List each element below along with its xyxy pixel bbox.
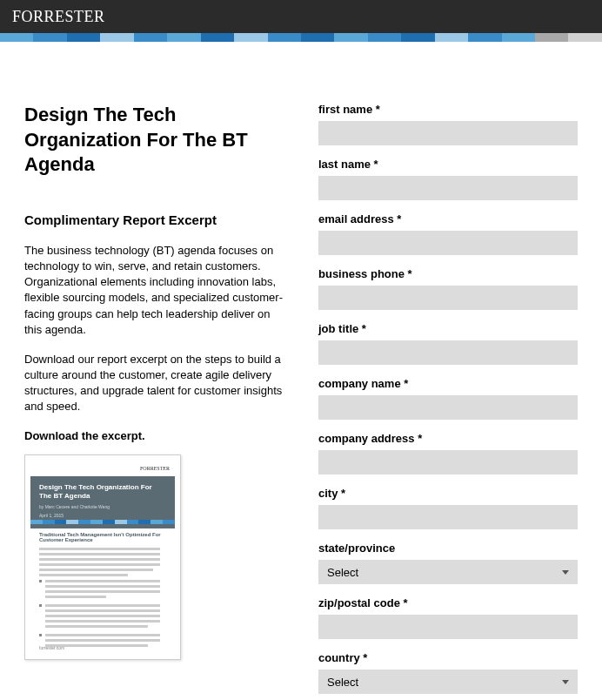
input-city[interactable]: [318, 505, 578, 529]
label-city: city *: [318, 487, 578, 500]
label-zip: zip/postal code *: [318, 596, 578, 609]
select-country-value: Select: [327, 676, 358, 689]
field-city: city *: [318, 487, 578, 529]
thumbnail-stripe: [30, 520, 175, 524]
left-column: Design The Tech Organization For The BT …: [24, 103, 284, 700]
thumbnail-title: Design The Tech Organization For The BT …: [39, 483, 166, 501]
select-state[interactable]: Select: [318, 560, 578, 584]
thumbnail-date: April 1, 2015: [39, 513, 166, 518]
top-bar: FORRESTER: [0, 0, 602, 33]
input-last-name[interactable]: [318, 176, 578, 200]
field-email: email address *: [318, 212, 578, 255]
label-state: state/province: [318, 542, 578, 555]
field-first-name: first name *: [318, 103, 578, 145]
field-zip: zip/postal code *: [318, 596, 578, 639]
stripe-decoration: [0, 33, 602, 42]
label-address: company address *: [318, 432, 578, 445]
field-country: country * Select: [318, 651, 578, 694]
field-state: state/province Select: [318, 542, 578, 584]
form-column: first name * last name * email address *…: [318, 103, 578, 700]
thumbnail-footer: forrester.com: [39, 645, 64, 650]
input-zip[interactable]: [318, 615, 578, 639]
field-company: company name *: [318, 377, 578, 420]
brand-logo: FORRESTER: [12, 8, 105, 26]
thumbnail-brand: FORRESTER: [140, 466, 170, 471]
field-phone: business phone *: [318, 267, 578, 310]
input-email[interactable]: [318, 231, 578, 255]
label-company: company name *: [318, 377, 578, 390]
select-state-value: Select: [327, 566, 358, 579]
label-email: email address *: [318, 212, 578, 225]
label-job-title: job title *: [318, 322, 578, 335]
input-phone[interactable]: [318, 286, 578, 310]
input-address[interactable]: [318, 450, 578, 475]
intro-paragraph-1: The business technology (BT) agenda focu…: [24, 243, 284, 338]
field-job-title: job title *: [318, 322, 578, 365]
download-label: Download the excerpt.: [24, 429, 284, 442]
label-country: country *: [318, 651, 578, 664]
input-job-title[interactable]: [318, 340, 578, 365]
select-country[interactable]: Select: [318, 670, 578, 694]
page-subheading: Complimentary Report Excerpt: [24, 212, 284, 227]
field-last-name: last name *: [318, 158, 578, 200]
chevron-down-icon: [562, 570, 569, 575]
thumbnail-body: Traditional Tech Management Isn't Optimi…: [39, 532, 166, 650]
report-thumbnail[interactable]: FORRESTER Design The Tech Organization F…: [24, 454, 181, 660]
chevron-down-icon: [562, 680, 569, 684]
input-company[interactable]: [318, 395, 578, 420]
label-first-name: first name *: [318, 103, 578, 116]
page-headline: Design The Tech Organization For The BT …: [24, 103, 284, 178]
intro-paragraph-2: Download our report excerpt on the steps…: [24, 352, 284, 415]
label-last-name: last name *: [318, 158, 578, 171]
thumbnail-heading: Traditional Tech Management Isn't Optimi…: [39, 532, 166, 542]
field-address: company address *: [318, 432, 578, 475]
input-first-name[interactable]: [318, 121, 578, 145]
thumbnail-inner: FORRESTER Design The Tech Organization F…: [30, 461, 175, 654]
label-phone: business phone *: [318, 267, 578, 280]
content-area: Design The Tech Organization For The BT …: [0, 42, 602, 700]
thumbnail-byline: by Marc Cecere and Charlotte Wang: [39, 504, 166, 509]
